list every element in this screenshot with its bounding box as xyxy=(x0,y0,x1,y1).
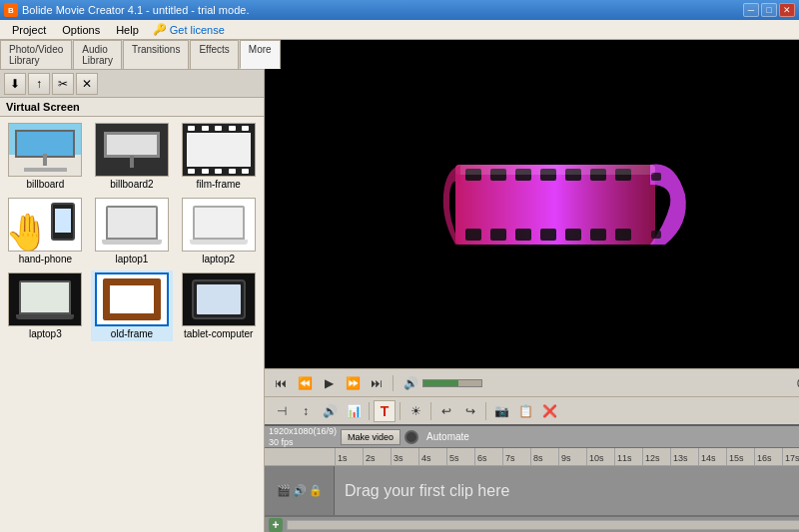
brightness-button[interactable]: ☀ xyxy=(404,400,426,422)
tab-more[interactable]: More xyxy=(240,40,281,69)
media-label-billboard2: billboard2 xyxy=(110,179,153,190)
menu-options[interactable]: Options xyxy=(54,22,108,38)
window-title: Bolide Movie Creator 4.1 - untitled - tr… xyxy=(22,4,743,16)
delete-button[interactable]: ✕ xyxy=(76,73,98,95)
key-icon: 🔑 xyxy=(153,23,167,36)
rewind-button[interactable]: ⏪ xyxy=(295,373,315,393)
playback-bar: ⏮ ⏪ ▶ ⏩ ⏭ 🔊 0 ms / 1.84 s xyxy=(265,368,799,396)
media-item-laptop3[interactable]: laptop3 xyxy=(4,270,87,341)
import-button[interactable]: ⬇ xyxy=(4,73,26,95)
playback-divider xyxy=(393,375,394,391)
media-grid: billboard billboard2 xyxy=(0,117,264,532)
automate-button[interactable]: Automate xyxy=(426,431,469,442)
media-item-billboard[interactable]: billboard xyxy=(4,121,87,192)
ruler-marks: 1s 2s 3s 4s 5s 6s 7s 8s 9s 10s 11s 12s 1… xyxy=(335,448,799,465)
media-label-billboard: billboard xyxy=(26,179,64,190)
volume-edit-button[interactable]: 🔊 xyxy=(319,400,341,422)
media-thumb-billboard2 xyxy=(95,123,169,177)
menu-help[interactable]: Help xyxy=(108,22,147,38)
ruler-2s: 2s xyxy=(363,448,391,465)
ruler-17s: 17s xyxy=(782,448,799,465)
ruler-16s: 16s xyxy=(754,448,782,465)
trim-button[interactable]: ↕ xyxy=(295,400,317,422)
tab-audio[interactable]: Audio Library xyxy=(73,40,122,69)
media-item-tablet[interactable]: tablet-computer xyxy=(177,270,260,341)
film-reel-preview xyxy=(435,105,695,304)
tab-effects[interactable]: Effects xyxy=(190,40,238,69)
get-license-link[interactable]: 🔑 Get license xyxy=(147,21,231,38)
ruler-10s: 10s xyxy=(586,448,614,465)
svg-rect-13 xyxy=(590,229,606,241)
media-item-film-frame[interactable]: film-frame xyxy=(177,121,260,192)
toolbar-separator4 xyxy=(485,402,486,420)
menu-project[interactable]: Project xyxy=(4,22,54,38)
timeline-ruler: 1s 2s 3s 4s 5s 6s 7s 8s 9s 10s 11s 12s 1… xyxy=(265,448,799,466)
track-content[interactable]: Drag your first clip here xyxy=(335,466,799,515)
text-button[interactable]: T xyxy=(374,400,396,422)
media-thumb-laptop3 xyxy=(8,272,82,326)
minimize-button[interactable]: ─ xyxy=(743,3,759,17)
svg-rect-8 xyxy=(465,229,481,241)
media-item-laptop2[interactable]: laptop2 xyxy=(177,196,260,266)
add-track-button[interactable]: + xyxy=(269,518,283,532)
up-button[interactable]: ↑ xyxy=(28,73,50,95)
ruler-9s: 9s xyxy=(558,448,586,465)
skip-back-button[interactable]: ⏮ xyxy=(271,373,291,393)
preview-area xyxy=(265,40,799,368)
maximize-button[interactable]: □ xyxy=(761,3,777,17)
split-button[interactable]: ⊣ xyxy=(271,400,293,422)
ruler-1s: 1s xyxy=(335,448,363,465)
menu-bar: Project Options Help 🔑 Get license xyxy=(0,20,799,40)
media-item-laptop1[interactable]: laptop1 xyxy=(91,196,174,266)
media-label-tablet: tablet-computer xyxy=(184,328,253,339)
svg-rect-10 xyxy=(515,229,531,241)
audio-track-icon: 🔊 xyxy=(293,484,307,497)
left-panel: Photo/Video Library Audio Library Transi… xyxy=(0,40,265,532)
volume-slider[interactable] xyxy=(422,379,482,387)
copy-button[interactable]: 📋 xyxy=(514,400,536,422)
drag-hint: Drag your first clip here xyxy=(345,482,509,500)
tab-bar: Photo/Video Library Audio Library Transi… xyxy=(0,40,264,70)
media-label-hand-phone: hand-phone xyxy=(19,254,72,265)
ruler-4s: 4s xyxy=(418,448,446,465)
timeline-footer: + xyxy=(265,516,799,532)
media-label-laptop3: laptop3 xyxy=(29,328,62,339)
undo-button[interactable]: ↩ xyxy=(435,400,457,422)
title-bar: B Bolide Movie Creator 4.1 - untitled - … xyxy=(0,0,799,20)
right-panel: ⏮ ⏪ ▶ ⏩ ⏭ 🔊 0 ms / 1.84 s ⊣ ↕ 🔊 📊 T xyxy=(265,40,799,532)
media-label-film-frame: film-frame xyxy=(196,179,240,190)
ruler-5s: 5s xyxy=(446,448,474,465)
media-thumb-tablet xyxy=(182,272,256,326)
redo-button[interactable]: ↪ xyxy=(459,400,481,422)
ruler-13s: 13s xyxy=(670,448,698,465)
media-item-old-frame[interactable]: old-frame xyxy=(91,270,174,341)
app-icon: B xyxy=(4,3,18,17)
volume-icon: 🔊 xyxy=(403,376,418,390)
main-area: Photo/Video Library Audio Library Transi… xyxy=(0,40,799,532)
tab-photo-video[interactable]: Photo/Video Library xyxy=(0,40,72,69)
close-button[interactable]: ✕ xyxy=(779,3,795,17)
video-track-icon: 🎬 xyxy=(277,484,291,497)
fast-forward-button[interactable]: ⏩ xyxy=(343,373,363,393)
ruler-7s: 7s xyxy=(502,448,530,465)
scissors-button[interactable]: ✂ xyxy=(52,73,74,95)
volume-fill xyxy=(423,380,458,386)
lock-track-icon: 🔒 xyxy=(309,484,323,497)
ruler-15s: 15s xyxy=(726,448,754,465)
track-controls: 🎬 🔊 🔒 xyxy=(265,466,335,515)
skip-forward-button[interactable]: ⏭ xyxy=(367,373,387,393)
media-item-hand-phone[interactable]: 🤚 hand-phone xyxy=(4,196,87,266)
play-button[interactable]: ▶ xyxy=(319,373,339,393)
make-video-button[interactable]: Make video xyxy=(341,429,400,445)
timeline-header: 1920x1080(16/9) 30 fps Make video Automa… xyxy=(265,426,799,448)
camera-button[interactable]: 📷 xyxy=(490,400,512,422)
media-toolbar: ⬇ ↑ ✂ ✕ xyxy=(0,70,264,98)
tab-transitions[interactable]: Transitions xyxy=(123,40,190,69)
ruler-6s: 6s xyxy=(474,448,502,465)
media-item-billboard2[interactable]: billboard2 xyxy=(91,121,174,192)
chart-button[interactable]: 📊 xyxy=(343,400,365,422)
remove-button[interactable]: ❌ xyxy=(538,400,560,422)
window-controls: ─ □ ✕ xyxy=(743,3,795,17)
timeline-scrollbar[interactable] xyxy=(287,520,799,530)
media-thumb-film-frame xyxy=(182,123,256,177)
